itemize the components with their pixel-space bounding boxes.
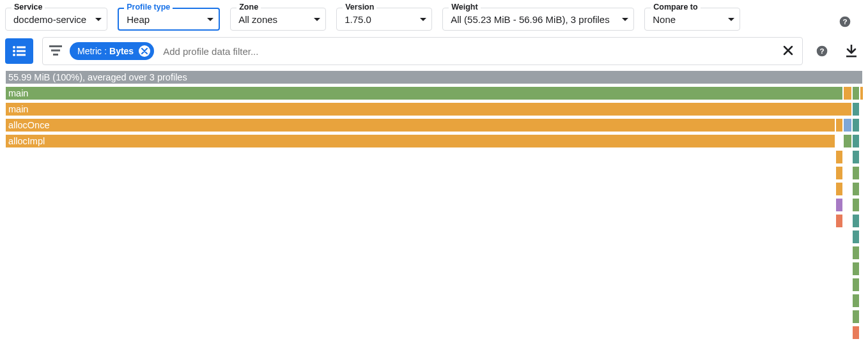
version-value: 1.75.0 — [345, 14, 371, 25]
compare-select[interactable]: Compare to None — [644, 5, 740, 31]
close-icon — [141, 48, 148, 54]
flame-frame[interactable] — [835, 198, 843, 212]
flame-frame[interactable] — [852, 166, 860, 180]
flame-frame[interactable] — [852, 230, 860, 244]
clear-filter-button[interactable] — [780, 44, 796, 59]
flame-frame[interactable] — [852, 310, 860, 324]
flame-frame[interactable] — [852, 134, 860, 148]
profile-type-select[interactable]: Profile type Heap — [118, 5, 220, 31]
flame-frame[interactable] — [852, 86, 860, 100]
metric-chip[interactable]: Metric : Bytes — [70, 42, 154, 60]
flame-frame[interactable] — [835, 118, 843, 132]
filter-input[interactable]: Metric : Bytes — [42, 37, 803, 65]
service-value: docdemo-service — [13, 14, 86, 25]
download-button[interactable] — [841, 41, 862, 61]
flame-header[interactable]: 55.99 MiB (100%), averaged over 3 profil… — [5, 70, 863, 84]
compare-label: Compare to — [651, 3, 700, 11]
flame-frame-main[interactable]: main — [5, 102, 852, 116]
svg-rect-8 — [49, 45, 62, 47]
service-label: Service — [12, 3, 45, 11]
service-select[interactable]: Service docdemo-service — [5, 5, 107, 31]
filter-help-button[interactable]: ? — [812, 41, 832, 61]
dropdown-icon — [314, 18, 320, 21]
toolbar-right: ? — [835, 5, 863, 32]
zone-select[interactable]: Zone All zones — [230, 5, 326, 31]
weight-select[interactable]: Weight All (55.23 MiB - 56.96 MiB), 3 pr… — [442, 5, 634, 31]
flame-frame[interactable] — [852, 214, 860, 228]
dropdown-icon — [207, 18, 213, 21]
flame-frame[interactable] — [843, 134, 852, 148]
filter-bar: Metric : Bytes ? — [0, 32, 868, 70]
list-view-button[interactable] — [5, 38, 33, 64]
flame-frame[interactable] — [852, 294, 860, 308]
flame-frame[interactable] — [852, 118, 860, 132]
svg-text:?: ? — [819, 47, 824, 55]
flame-frame[interactable] — [852, 326, 860, 340]
flame-frame-allocImpl[interactable]: allocImpl — [5, 134, 835, 148]
svg-point-6 — [13, 54, 15, 56]
flame-frame[interactable] — [852, 246, 860, 260]
flame-frame[interactable] — [843, 118, 852, 132]
help-icon: ? — [816, 45, 828, 57]
flame-frame[interactable] — [835, 150, 843, 164]
flame-frame-main[interactable]: main — [5, 86, 843, 100]
flame-frame[interactable] — [860, 86, 864, 100]
version-select[interactable]: Version 1.75.0 — [336, 5, 432, 31]
weight-label: Weight — [449, 3, 480, 11]
filter-icon — [49, 45, 62, 58]
dropdown-icon — [728, 18, 734, 21]
svg-rect-13 — [846, 56, 856, 57]
flame-frame[interactable] — [852, 150, 860, 164]
flame-frame[interactable] — [852, 182, 860, 196]
selector-toolbar: Service docdemo-service Profile type Hea… — [0, 0, 868, 32]
svg-rect-10 — [53, 54, 58, 56]
zone-value: All zones — [238, 14, 277, 25]
svg-rect-5 — [17, 50, 26, 52]
flame-frame[interactable] — [835, 166, 843, 180]
chip-remove-button[interactable] — [139, 45, 150, 57]
profile-type-label: Profile type — [124, 3, 173, 11]
dropdown-icon — [622, 18, 628, 21]
list-icon — [12, 45, 26, 57]
weight-value: All (55.23 MiB - 56.96 MiB), 3 profiles — [451, 14, 609, 25]
compare-value: None — [653, 14, 676, 25]
svg-point-11 — [817, 46, 828, 57]
filter-text-input[interactable] — [162, 45, 773, 57]
flame-frame[interactable] — [852, 278, 860, 292]
flame-frame-allocOnce[interactable]: allocOnce — [5, 118, 835, 132]
profile-type-value: Heap — [127, 14, 150, 25]
close-icon — [783, 45, 793, 56]
flame-frame[interactable] — [852, 262, 860, 276]
flame-frame[interactable] — [835, 214, 843, 228]
help-button[interactable]: ? — [835, 11, 855, 32]
version-label: Version — [343, 3, 376, 11]
svg-rect-9 — [51, 49, 60, 51]
chip-value: Bytes — [109, 46, 134, 56]
svg-point-0 — [840, 17, 851, 27]
flame-frame[interactable] — [843, 86, 852, 100]
help-icon: ? — [839, 15, 851, 28]
flame-graph[interactable]: 55.99 MiB (100%), averaged over 3 profil… — [5, 70, 863, 345]
svg-rect-3 — [17, 47, 26, 49]
svg-text:?: ? — [842, 17, 847, 26]
flame-frame[interactable] — [835, 182, 843, 196]
dropdown-icon — [420, 18, 426, 21]
zone-label: Zone — [236, 3, 261, 11]
flame-graph-container: 55.99 MiB (100%), averaged over 3 profil… — [0, 70, 868, 345]
svg-point-4 — [13, 50, 15, 52]
svg-rect-7 — [17, 54, 26, 56]
flame-frame[interactable] — [852, 198, 860, 212]
chip-prefix: Metric — [77, 46, 102, 56]
download-icon — [846, 45, 857, 57]
flame-frame[interactable] — [852, 102, 860, 116]
svg-point-2 — [13, 46, 15, 49]
dropdown-icon — [95, 18, 102, 21]
